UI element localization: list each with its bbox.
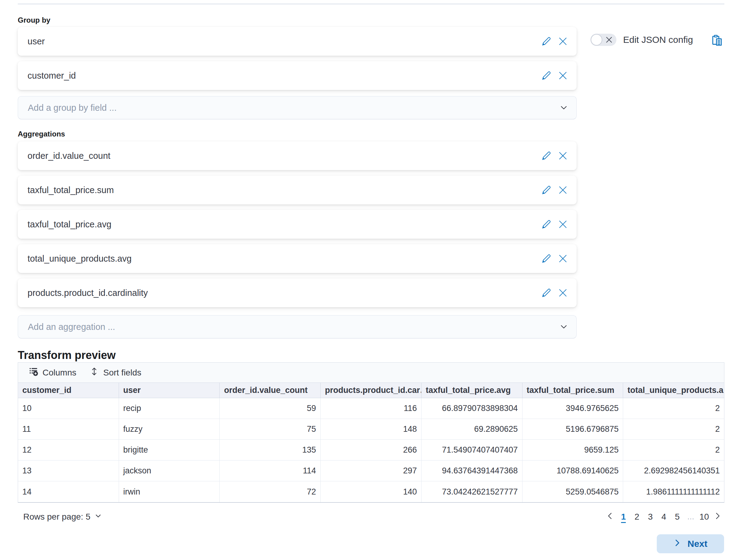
edit-aggregation-button[interactable]	[542, 220, 551, 229]
column-header[interactable]: order_id.value_count	[220, 383, 321, 398]
edit-group-by-button[interactable]	[542, 71, 551, 80]
chevron-down-icon	[560, 104, 568, 112]
cell-price-avg: 69.2890625	[421, 419, 522, 440]
column-header[interactable]: user	[119, 383, 220, 398]
toggle-off-x-icon	[605, 36, 613, 43]
edit-aggregation-button[interactable]	[542, 151, 551, 160]
cell-order-count: 72	[220, 481, 321, 502]
edit-json-config-toggle[interactable]	[590, 34, 616, 46]
sort-fields-button[interactable]: Sort fields	[90, 367, 141, 378]
page-number-button[interactable]: 1	[617, 510, 630, 524]
cell-unique-products-avg: 2.692982456140351	[623, 461, 724, 481]
add-group-by-combobox[interactable]: Add a group by field ...	[18, 96, 577, 119]
main-column: Group by user customer_id Add a group by…	[18, 0, 724, 525]
pencil-icon	[542, 185, 551, 195]
pagination-ellipsis: …	[684, 510, 697, 524]
page-number-button[interactable]: 5	[671, 510, 684, 524]
columns-button[interactable]: Columns	[29, 367, 76, 378]
add-aggregation-placeholder: Add an aggregation ...	[28, 322, 560, 332]
aggregation-value: taxful_total_price.avg	[28, 219, 534, 230]
cell-product-cardinality: 148	[321, 419, 421, 440]
remove-aggregation-button[interactable]	[558, 220, 567, 229]
edit-group-by-button[interactable]	[542, 37, 551, 46]
table-row: 10 recip 59 116 66.89790783898304 3946.9…	[18, 398, 724, 419]
page-number-button[interactable]: 4	[657, 510, 671, 524]
remove-aggregation-button[interactable]	[558, 254, 567, 263]
cell-product-cardinality: 266	[321, 440, 421, 461]
cell-customer-id: 11	[18, 419, 119, 440]
grid-header-row: customer_id user order_id.value_count pr…	[18, 383, 724, 398]
group-by-field-card: user	[18, 27, 577, 56]
add-group-by-placeholder: Add a group by field ...	[28, 103, 560, 113]
cell-customer-id: 13	[18, 461, 119, 481]
table-row: 14 irwin 72 140 73.04242621527777 5259.0…	[18, 481, 724, 502]
column-header[interactable]: total_unique_products.a…	[623, 383, 724, 398]
cross-icon	[558, 254, 567, 263]
edit-json-config-label: Edit JSON config	[623, 35, 693, 45]
cell-price-sum: 9659.125	[522, 440, 623, 461]
remove-group-by-button[interactable]	[558, 37, 567, 46]
cross-icon	[558, 71, 567, 80]
pencil-icon	[542, 288, 551, 297]
columns-button-label: Columns	[43, 368, 76, 378]
add-aggregation-combobox[interactable]: Add an aggregation ...	[18, 315, 577, 338]
aggregations-label: Aggregations	[18, 130, 724, 138]
pencil-icon	[542, 37, 551, 46]
column-header[interactable]: taxful_total_price.avg	[421, 383, 522, 398]
cell-price-sum: 10788.69140625	[522, 461, 623, 481]
edit-aggregation-button[interactable]	[542, 254, 551, 263]
cell-order-count: 59	[220, 398, 321, 419]
chevron-down-icon	[90, 512, 102, 522]
sort-fields-button-label: Sort fields	[103, 368, 141, 378]
edit-aggregation-button[interactable]	[542, 185, 551, 195]
aggregation-value: taxful_total_price.sum	[28, 185, 534, 195]
edit-aggregation-button[interactable]	[542, 288, 551, 297]
remove-aggregation-button[interactable]	[558, 288, 567, 297]
page-number-button[interactable]: 2	[630, 510, 644, 524]
transform-wizard-page: Group by user customer_id Add a group by…	[0, 0, 736, 560]
cell-unique-products-avg: 1.9861111111111112	[623, 481, 724, 502]
next-button[interactable]: Next	[657, 534, 724, 553]
sortable-icon	[90, 367, 103, 378]
cell-order-count: 75	[220, 419, 321, 440]
column-header[interactable]: taxful_total_price.sum	[522, 383, 623, 398]
cell-user: jackson	[119, 461, 220, 481]
copy-config-button[interactable]	[712, 34, 723, 47]
cross-icon	[558, 185, 567, 195]
chevron-right-icon	[714, 512, 722, 522]
cross-icon	[558, 288, 567, 297]
cell-product-cardinality: 140	[321, 481, 421, 502]
cell-order-count: 114	[220, 461, 321, 481]
cell-unique-products-avg: 2	[623, 398, 724, 419]
remove-aggregation-button[interactable]	[558, 185, 567, 195]
cell-price-sum: 5196.6796875	[522, 419, 623, 440]
cell-price-avg: 71.54907407407407	[421, 440, 522, 461]
rows-per-page-button[interactable]: Rows per page: 5	[18, 512, 102, 522]
next-button-label: Next	[687, 539, 707, 549]
remove-group-by-button[interactable]	[558, 71, 567, 80]
cell-order-count: 135	[220, 440, 321, 461]
cell-user: fuzzy	[119, 419, 220, 440]
cell-customer-id: 10	[18, 398, 119, 419]
page-number-button[interactable]: 10	[697, 510, 711, 524]
aggregation-card: products.product_id.cardinality	[18, 278, 577, 307]
cell-customer-id: 12	[18, 440, 119, 461]
previous-page-button[interactable]	[603, 510, 617, 524]
column-header[interactable]: customer_id	[18, 383, 119, 398]
table-row: 13 jackson 114 297 94.63764391447368 107…	[18, 461, 724, 481]
pagination: 1 2 3 4 5 … 10	[603, 510, 724, 524]
next-page-button[interactable]	[711, 510, 724, 524]
aggregation-value: order_id.value_count	[28, 151, 534, 161]
chevron-right-icon	[673, 539, 687, 549]
page-number-button[interactable]: 3	[644, 510, 657, 524]
grid-footer: Rows per page: 5 1 2 3 4 5 … 10	[18, 508, 724, 525]
column-header[interactable]: products.product_id.car…	[321, 383, 421, 398]
cell-user: brigitte	[119, 440, 220, 461]
cell-customer-id: 14	[18, 481, 119, 502]
list-add-icon	[29, 367, 43, 378]
aggregation-card: order_id.value_count	[18, 141, 577, 170]
chevron-left-icon	[606, 512, 614, 522]
grid-toolbar: Columns Sort fields	[18, 363, 724, 383]
cross-icon	[558, 37, 567, 46]
remove-aggregation-button[interactable]	[558, 151, 567, 160]
